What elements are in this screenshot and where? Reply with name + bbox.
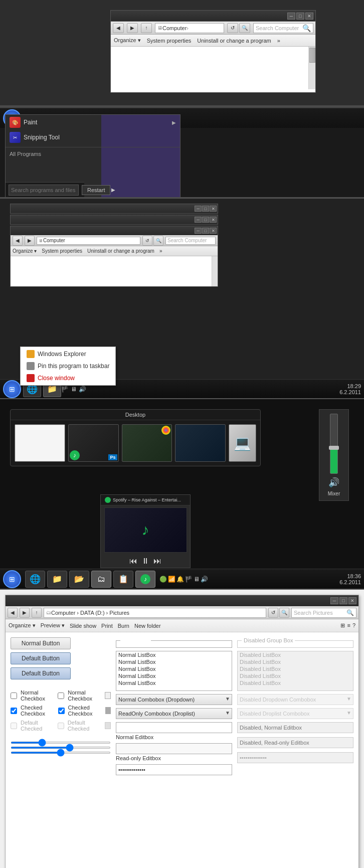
maximize-btn-1[interactable]: □ (296, 13, 304, 20)
fe-preview[interactable]: Preview ▾ (41, 622, 65, 629)
listbox-item-5[interactable]: Normal ListBox (116, 679, 232, 686)
menu-uninstall-1[interactable]: Uninstall or change a program (197, 38, 271, 44)
tb-folder2[interactable]: 📂 (69, 571, 89, 588)
mini-close-2[interactable]: ✕ (210, 217, 217, 223)
fe-close-btn[interactable]: ✕ (348, 597, 356, 604)
scrollbar-1[interactable] (308, 47, 315, 89)
listbox-item-2[interactable]: Normal ListBox (116, 658, 232, 665)
menu-item-snip[interactable]: ✂ Snipping Tool (6, 130, 180, 145)
fe-max-btn[interactable]: □ (339, 597, 347, 604)
menu-organize-1[interactable]: Organize ▾ (114, 37, 141, 44)
checked-checkbox-2[interactable] (58, 708, 65, 714)
mini-scrollbar-3[interactable] (212, 256, 218, 286)
menu-item-paint[interactable]: 🎨 Paint ▶ (6, 115, 180, 130)
fe-fwd-btn[interactable]: ▶ (20, 608, 30, 618)
listbox-item-3[interactable]: Normal ListBox (116, 665, 232, 672)
mini-max-3[interactable]: □ (202, 228, 209, 234)
thumb-5[interactable]: 💻 (229, 424, 256, 462)
menu-more-1[interactable]: » (277, 38, 280, 44)
fe-search-icon-btn[interactable]: 🔍 (279, 608, 289, 618)
thumb-2[interactable]: Ps ♪ (68, 424, 119, 462)
listbox-item-1[interactable]: Normal ListBox (116, 651, 232, 658)
up-btn-1[interactable]: ↑ (141, 23, 152, 33)
mini-min-1[interactable]: ─ (195, 206, 202, 212)
tb-folder[interactable]: 📁 (47, 571, 67, 588)
tb-explorer[interactable]: 🗂 (91, 571, 111, 588)
search-btn-1[interactable]: 🔍 (239, 23, 250, 33)
mini-close-3[interactable]: ✕ (210, 228, 217, 234)
forward-btn-1[interactable]: ▶ (127, 23, 138, 33)
readonly-editbox[interactable] (116, 743, 232, 754)
search-programs-input[interactable] (9, 185, 79, 196)
normal-editbox[interactable] (116, 722, 232, 733)
ctx-item-close[interactable]: Close window (21, 372, 115, 384)
volume-icon-2[interactable]: 🔊 (328, 477, 339, 488)
mini-max-2[interactable]: □ (202, 217, 209, 223)
view-icon-2[interactable]: ≡ (347, 622, 350, 629)
next-btn[interactable]: ⏭ (153, 557, 161, 566)
default-checked-2[interactable] (58, 723, 64, 729)
all-programs-link[interactable]: All Programs (6, 149, 180, 158)
mini-address-3[interactable]: 🖥 Computer (37, 237, 140, 245)
tb-chrome[interactable]: 🌐 (25, 571, 45, 588)
normal-button[interactable]: Normal Button (11, 637, 71, 649)
fe-min-btn[interactable]: ─ (330, 597, 338, 604)
volume-slider[interactable] (330, 414, 338, 474)
prev-btn[interactable]: ⏮ (129, 557, 137, 566)
refresh-btn-1[interactable]: ↺ (227, 23, 238, 33)
start-button-2[interactable]: ⊞ (3, 380, 21, 398)
fe-search-box[interactable]: Search Pictures 🔍 (291, 608, 356, 618)
tri-checkbox-2[interactable] (105, 707, 111, 714)
address-bar-1[interactable]: 🖥 Computer › (155, 23, 224, 33)
fe-up-btn[interactable]: ↑ (32, 608, 42, 618)
close-btn-1[interactable]: ✕ (305, 13, 313, 20)
ctx-item-pin[interactable]: Pin this program to taskbar (21, 360, 115, 372)
mini-organize-3[interactable]: Organize ▾ (13, 248, 37, 254)
fe-slideshow[interactable]: Slide show (70, 623, 96, 629)
mini-max-1[interactable]: □ (202, 206, 209, 212)
fe-newfolder[interactable]: New folder (134, 623, 161, 629)
default-button-2[interactable]: Default Button (11, 667, 71, 679)
mini-fwd-3[interactable]: ▶ (25, 236, 35, 246)
tb-files2[interactable]: 📋 (113, 571, 133, 588)
fe-organize[interactable]: Organize ▾ (9, 622, 36, 629)
fe-print[interactable]: Print (101, 623, 113, 629)
mini-uninstall-3[interactable]: Uninstall or change a program (87, 248, 154, 254)
normal-listbox[interactable]: Normal ListBox Normal ListBox Normal Lis… (116, 651, 232, 691)
mini-min-3[interactable]: ─ (195, 228, 202, 234)
fe-back-btn[interactable]: ◀ (8, 608, 18, 618)
default-checked-1[interactable] (11, 723, 17, 729)
back-btn-1[interactable]: ◀ (113, 23, 124, 33)
normal-checkbox-1[interactable] (11, 692, 17, 699)
play-btn[interactable]: ⏸ (141, 557, 149, 566)
mini-searchbox-3[interactable]: Search Computer (165, 237, 216, 245)
normal-checkbox-2[interactable] (58, 692, 64, 699)
tb-spotify[interactable]: ♪ (135, 571, 155, 588)
menu-system-1[interactable]: System properties (147, 38, 192, 44)
mini-search-3[interactable]: 🔍 (153, 236, 163, 246)
mini-back-3[interactable]: ◀ (13, 236, 23, 246)
slider-3[interactable] (11, 752, 111, 754)
restart-button[interactable]: Restart (82, 185, 110, 195)
normal-droplist[interactable]: ReadOnly Combobox (Droplist) (116, 708, 232, 719)
mini-more-3[interactable]: » (159, 248, 162, 254)
default-button-1[interactable]: Default Button (11, 652, 71, 664)
minimize-btn-1[interactable]: ─ (287, 13, 295, 20)
listbox-item-4[interactable]: Normal ListBox (116, 672, 232, 679)
mini-system-3[interactable]: System properties (42, 248, 82, 254)
search-box-1[interactable]: Search Computer 🔍 (253, 23, 313, 33)
help-icon[interactable]: ? (352, 622, 355, 629)
view-icon-1[interactable]: ⊞ (340, 622, 345, 629)
thumb-4[interactable] (175, 424, 226, 462)
start-button-3[interactable]: ⊞ (3, 570, 21, 588)
fe-refresh-btn[interactable]: ↺ (268, 608, 278, 618)
password-editbox[interactable] (116, 764, 232, 775)
mini-refresh-3[interactable]: ↺ (142, 236, 152, 246)
thumb-3[interactable] (122, 424, 172, 462)
normal-dropdown[interactable]: Normal Combobox (Dropdown) (116, 694, 232, 705)
fe-address-bar[interactable]: 🗂 Computer › DATA (D:) › Pictures (44, 608, 266, 618)
mini-close-1[interactable]: ✕ (210, 206, 217, 212)
ctx-item-explorer[interactable]: Windows Explorer (21, 348, 115, 360)
tri-checkbox-1[interactable] (105, 692, 111, 699)
thumb-1[interactable] (15, 424, 65, 462)
